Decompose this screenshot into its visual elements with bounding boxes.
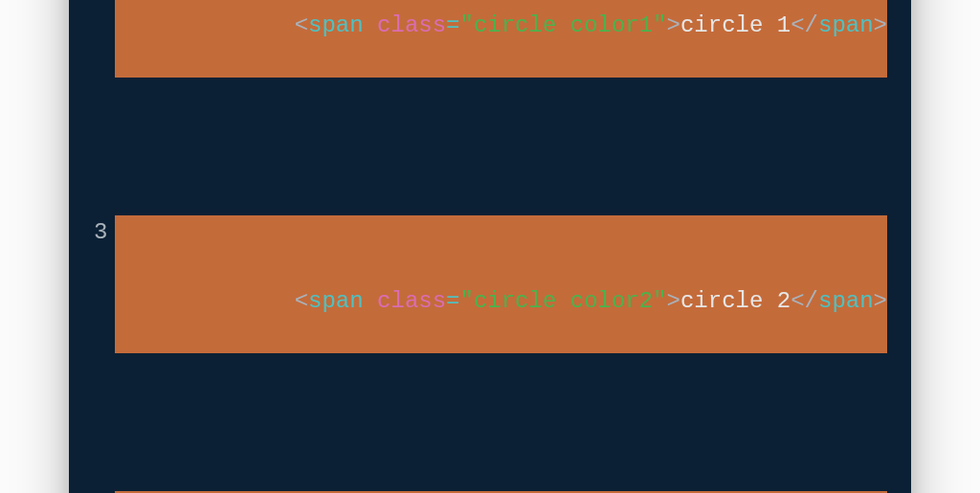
line-number: 3 — [94, 215, 115, 353]
code-line: 3 <span class="circle color2">circle 2</… — [94, 215, 886, 353]
code-text: <span class="circle color1">circle 1</sp… — [253, 12, 887, 38]
code-editor[interactable]: 1 <div class="container display-inline-e… — [69, 0, 911, 493]
code-window: 1 <div class="container display-inline-e… — [69, 0, 911, 493]
code-text: <span class="circle color2">circle 2</sp… — [253, 288, 887, 314]
line-number: 2 — [94, 0, 115, 78]
code-line: 2 <span class="circle color1">circle 1</… — [94, 0, 886, 78]
stage: 1 <div class="container display-inline-e… — [0, 0, 980, 493]
